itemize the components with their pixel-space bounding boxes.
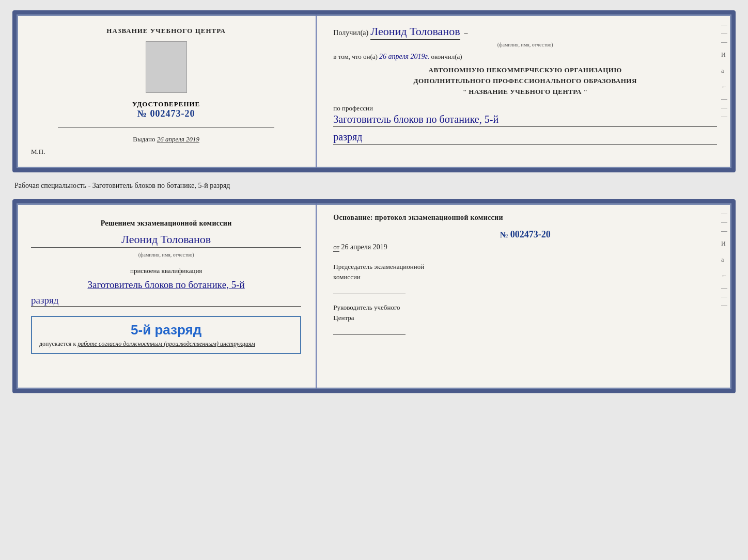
photo-placeholder bbox=[146, 41, 187, 93]
confirm-date: 26 апреля 2019г. bbox=[379, 53, 429, 60]
cert-number-block: УДОСТОВЕРЕНИЕ № 002473-20 bbox=[132, 100, 200, 119]
top-certificate: НАЗВАНИЕ УЧЕБНОГО ЦЕНТРА УДОСТОВЕРЕНИЕ №… bbox=[12, 10, 736, 172]
spec-label: Рабочая специальность - Заготовитель бло… bbox=[12, 182, 736, 190]
cert-label: УДОСТОВЕРЕНИЕ bbox=[132, 100, 200, 108]
side-decorations: И а ← bbox=[721, 25, 727, 117]
recipient-sub-label: (фамилия, имя, отчество) bbox=[333, 42, 717, 47]
photo-area bbox=[146, 41, 187, 95]
from-date-line: от 26 апреля 2019 bbox=[333, 243, 717, 251]
stamp-allowed: допускается к работе согласно должностны… bbox=[39, 340, 293, 348]
issued-date-value: 26 апреля 2019 bbox=[157, 135, 199, 143]
head-block: Руководитель учебного Центра bbox=[333, 302, 717, 335]
mp-label: М.П. bbox=[31, 148, 45, 156]
chairman-sig-line bbox=[333, 285, 406, 294]
chairman-title: Председатель экзаменационной комиссии bbox=[333, 262, 717, 282]
issued-line: Выдано 26 апреля 2019 bbox=[133, 135, 199, 143]
confirm-line: в том, что он(а) 26 апреля 2019г. окончи… bbox=[333, 53, 717, 61]
from-date-value: 26 апреля 2019 bbox=[341, 243, 387, 251]
org-name-block: АВТОНОМНУЮ НЕКОММЕРЧЕСКУЮ ОРГАНИЗАЦИЮ ДО… bbox=[333, 65, 717, 97]
top-cert-center-title: НАЗВАНИЕ УЧЕБНОГО ЦЕНТРА bbox=[106, 27, 226, 35]
bottom-sub-label: (фамилия, имя, отчество) bbox=[138, 252, 194, 258]
bottom-rank: разряд bbox=[31, 295, 301, 307]
stamp-rank: 5-й разряд bbox=[39, 322, 293, 338]
qualification-label: присвоена квалификация bbox=[130, 267, 202, 275]
recipient-line: Получил(а) Леонид Толованов – bbox=[333, 25, 717, 40]
basis-title: Основание: протокол экзаменационной коми… bbox=[333, 214, 717, 222]
chairman-block: Председатель экзаменационной комиссии bbox=[333, 262, 717, 294]
stamp-italic: работе согласно должностным (производств… bbox=[77, 340, 255, 347]
protocol-number: 002473-20 bbox=[510, 229, 551, 239]
page-wrapper: НАЗВАНИЕ УЧЕБНОГО ЦЕНТРА УДОСТОВЕРЕНИЕ №… bbox=[12, 10, 736, 393]
top-cert-left: НАЗВАНИЕ УЧЕБНОГО ЦЕНТРА УДОСТОВЕРЕНИЕ №… bbox=[17, 14, 317, 168]
profession-block: по профессии Заготовитель блоков по бота… bbox=[333, 104, 717, 145]
bottom-side-decorations: И а ← bbox=[721, 214, 727, 306]
cert-number: № 002473-20 bbox=[132, 108, 200, 119]
recipient-name: Леонид Толованов bbox=[370, 25, 460, 40]
rank-value: разряд bbox=[333, 131, 717, 145]
profession-name: Заготовитель блоков по ботанике, 5-й bbox=[333, 114, 717, 127]
bottom-cert-left: Решением экзаменационной комиссии Леонид… bbox=[17, 203, 317, 389]
head-title: Руководитель учебного Центра bbox=[333, 302, 717, 323]
commission-decision: Решением экзаменационной комиссии bbox=[101, 218, 232, 229]
bottom-certificate: Решением экзаменационной комиссии Леонид… bbox=[12, 199, 736, 393]
bottom-cert-right: Основание: протокол экзаменационной коми… bbox=[317, 203, 731, 389]
person-name: Леонид Толованов bbox=[31, 233, 301, 248]
top-cert-right: Получил(а) Леонид Толованов – (фамилия, … bbox=[317, 14, 731, 168]
protocol-number-line: № 002473-20 bbox=[333, 229, 717, 240]
qualification-name: Заготовитель блоков по ботаникe, 5-й bbox=[87, 279, 244, 291]
stamp-box: 5-й разряд допускается к работе согласно… bbox=[31, 316, 301, 354]
head-sig-line bbox=[333, 326, 406, 335]
